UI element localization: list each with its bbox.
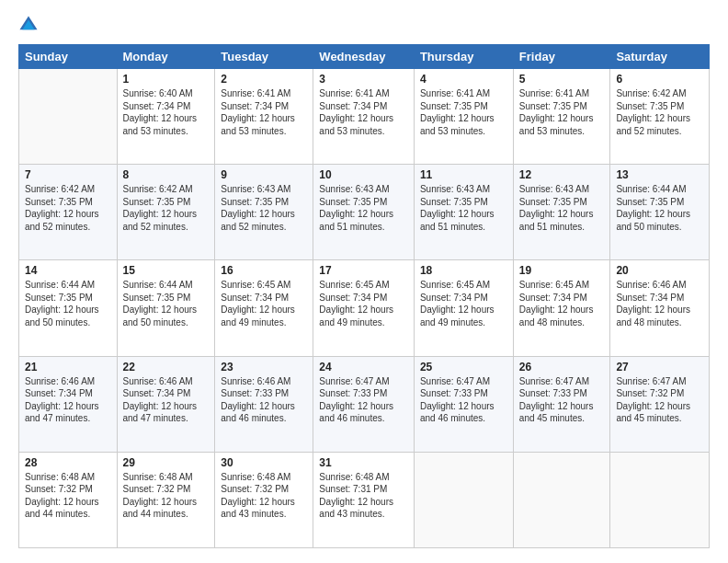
calendar-cell: 2Sunrise: 6:41 AM Sunset: 7:34 PM Daylig… (215, 69, 313, 165)
calendar-cell (513, 452, 610, 547)
day-info: Sunrise: 6:45 AM Sunset: 7:34 PM Dayligh… (519, 279, 605, 328)
calendar-cell: 29Sunrise: 6:48 AM Sunset: 7:32 PM Dayli… (117, 452, 215, 547)
calendar-cell: 4Sunrise: 6:41 AM Sunset: 7:35 PM Daylig… (414, 69, 513, 165)
calendar-cell: 23Sunrise: 6:46 AM Sunset: 7:33 PM Dayli… (215, 356, 313, 452)
day-number: 15 (123, 264, 210, 277)
day-number: 12 (519, 168, 605, 181)
weekday-header-row: SundayMondayTuesdayWednesdayThursdayFrid… (19, 45, 710, 69)
calendar-cell: 20Sunrise: 6:46 AM Sunset: 7:34 PM Dayli… (610, 260, 710, 356)
day-number: 6 (616, 73, 703, 86)
day-number: 21 (25, 361, 111, 373)
weekday-header-monday: Monday (117, 45, 215, 69)
calendar-table: SundayMondayTuesdayWednesdayThursdayFrid… (18, 44, 710, 548)
calendar-cell: 7Sunrise: 6:42 AM Sunset: 7:35 PM Daylig… (19, 165, 118, 260)
day-info: Sunrise: 6:41 AM Sunset: 7:34 PM Dayligh… (319, 87, 408, 137)
day-info: Sunrise: 6:45 AM Sunset: 7:34 PM Dayligh… (319, 279, 408, 328)
day-info: Sunrise: 6:41 AM Sunset: 7:34 PM Dayligh… (221, 87, 307, 137)
day-number: 2 (221, 73, 307, 86)
day-number: 25 (420, 361, 507, 373)
day-number: 13 (616, 168, 703, 181)
calendar-week-row: 7Sunrise: 6:42 AM Sunset: 7:35 PM Daylig… (19, 165, 710, 260)
day-number: 14 (25, 264, 111, 277)
calendar-cell: 10Sunrise: 6:43 AM Sunset: 7:35 PM Dayli… (313, 165, 415, 260)
day-info: Sunrise: 6:43 AM Sunset: 7:35 PM Dayligh… (319, 183, 408, 233)
weekday-header-friday: Friday (513, 45, 610, 69)
day-number: 11 (420, 168, 507, 181)
day-info: Sunrise: 6:44 AM Sunset: 7:35 PM Dayligh… (25, 279, 111, 328)
calendar-cell: 25Sunrise: 6:47 AM Sunset: 7:33 PM Dayli… (414, 356, 513, 452)
calendar-cell: 31Sunrise: 6:48 AM Sunset: 7:31 PM Dayli… (313, 452, 415, 547)
weekday-header-sunday: Sunday (19, 45, 118, 69)
day-number: 7 (25, 168, 111, 181)
calendar-cell: 16Sunrise: 6:45 AM Sunset: 7:34 PM Dayli… (215, 260, 313, 356)
day-info: Sunrise: 6:42 AM Sunset: 7:35 PM Dayligh… (25, 183, 111, 233)
calendar-cell: 30Sunrise: 6:48 AM Sunset: 7:32 PM Dayli… (215, 452, 313, 547)
day-info: Sunrise: 6:43 AM Sunset: 7:35 PM Dayligh… (221, 183, 307, 233)
calendar-cell: 22Sunrise: 6:46 AM Sunset: 7:34 PM Dayli… (117, 356, 215, 452)
day-number: 22 (123, 361, 210, 373)
day-info: Sunrise: 6:48 AM Sunset: 7:32 PM Dayligh… (123, 471, 210, 521)
calendar-cell: 18Sunrise: 6:45 AM Sunset: 7:34 PM Dayli… (414, 260, 513, 356)
day-number: 29 (123, 456, 210, 469)
calendar-cell: 11Sunrise: 6:43 AM Sunset: 7:35 PM Dayli… (414, 165, 513, 260)
calendar-cell: 15Sunrise: 6:44 AM Sunset: 7:35 PM Dayli… (117, 260, 215, 356)
day-number: 30 (221, 456, 307, 469)
day-info: Sunrise: 6:43 AM Sunset: 7:35 PM Dayligh… (519, 183, 605, 233)
day-info: Sunrise: 6:47 AM Sunset: 7:33 PM Dayligh… (519, 375, 605, 425)
calendar-week-row: 1Sunrise: 6:40 AM Sunset: 7:34 PM Daylig… (19, 69, 710, 165)
calendar-cell: 6Sunrise: 6:42 AM Sunset: 7:35 PM Daylig… (610, 69, 710, 165)
calendar-cell: 21Sunrise: 6:46 AM Sunset: 7:34 PM Dayli… (19, 356, 118, 452)
day-info: Sunrise: 6:41 AM Sunset: 7:35 PM Dayligh… (519, 87, 605, 137)
calendar-cell: 8Sunrise: 6:42 AM Sunset: 7:35 PM Daylig… (117, 165, 215, 260)
day-number: 17 (319, 264, 408, 277)
day-info: Sunrise: 6:42 AM Sunset: 7:35 PM Dayligh… (616, 87, 703, 137)
calendar-cell (610, 452, 710, 547)
day-number: 20 (616, 264, 703, 277)
day-info: Sunrise: 6:44 AM Sunset: 7:35 PM Dayligh… (616, 183, 703, 233)
day-number: 18 (420, 264, 507, 277)
calendar-cell: 9Sunrise: 6:43 AM Sunset: 7:35 PM Daylig… (215, 165, 313, 260)
day-number: 27 (616, 361, 703, 373)
day-number: 24 (319, 361, 408, 373)
calendar-cell: 12Sunrise: 6:43 AM Sunset: 7:35 PM Dayli… (513, 165, 610, 260)
day-info: Sunrise: 6:45 AM Sunset: 7:34 PM Dayligh… (221, 279, 307, 328)
calendar-cell: 27Sunrise: 6:47 AM Sunset: 7:32 PM Dayli… (610, 356, 710, 452)
day-number: 3 (319, 73, 408, 86)
calendar-cell (414, 452, 513, 547)
day-number: 28 (25, 456, 111, 469)
day-info: Sunrise: 6:48 AM Sunset: 7:32 PM Dayligh… (25, 471, 111, 521)
day-number: 19 (519, 264, 605, 277)
day-number: 16 (221, 264, 307, 277)
day-info: Sunrise: 6:40 AM Sunset: 7:34 PM Dayligh… (123, 87, 210, 137)
logo-icon (18, 15, 39, 35)
day-number: 23 (221, 361, 307, 373)
page: SundayMondayTuesdayWednesdayThursdayFrid… (0, 0, 728, 563)
calendar-cell: 13Sunrise: 6:44 AM Sunset: 7:35 PM Dayli… (610, 165, 710, 260)
calendar-cell: 14Sunrise: 6:44 AM Sunset: 7:35 PM Dayli… (19, 260, 118, 356)
calendar-cell: 28Sunrise: 6:48 AM Sunset: 7:32 PM Dayli… (19, 452, 118, 547)
day-number: 9 (221, 168, 307, 181)
header (18, 15, 710, 35)
day-info: Sunrise: 6:43 AM Sunset: 7:35 PM Dayligh… (420, 183, 507, 233)
day-info: Sunrise: 6:47 AM Sunset: 7:32 PM Dayligh… (616, 375, 703, 425)
calendar-cell: 26Sunrise: 6:47 AM Sunset: 7:33 PM Dayli… (513, 356, 610, 452)
weekday-header-saturday: Saturday (610, 45, 710, 69)
day-number: 31 (319, 456, 408, 469)
day-number: 4 (420, 73, 507, 86)
day-number: 26 (519, 361, 605, 373)
day-info: Sunrise: 6:46 AM Sunset: 7:34 PM Dayligh… (123, 375, 210, 425)
day-info: Sunrise: 6:47 AM Sunset: 7:33 PM Dayligh… (319, 375, 408, 425)
calendar-cell: 17Sunrise: 6:45 AM Sunset: 7:34 PM Dayli… (313, 260, 415, 356)
day-info: Sunrise: 6:41 AM Sunset: 7:35 PM Dayligh… (420, 87, 507, 137)
day-info: Sunrise: 6:48 AM Sunset: 7:32 PM Dayligh… (221, 471, 307, 521)
calendar-cell: 24Sunrise: 6:47 AM Sunset: 7:33 PM Dayli… (313, 356, 415, 452)
calendar-week-row: 28Sunrise: 6:48 AM Sunset: 7:32 PM Dayli… (19, 452, 710, 547)
day-info: Sunrise: 6:46 AM Sunset: 7:33 PM Dayligh… (221, 375, 307, 425)
day-info: Sunrise: 6:42 AM Sunset: 7:35 PM Dayligh… (123, 183, 210, 233)
day-number: 10 (319, 168, 408, 181)
day-info: Sunrise: 6:45 AM Sunset: 7:34 PM Dayligh… (420, 279, 507, 328)
calendar-week-row: 14Sunrise: 6:44 AM Sunset: 7:35 PM Dayli… (19, 260, 710, 356)
logo (18, 15, 42, 35)
weekday-header-tuesday: Tuesday (215, 45, 313, 69)
day-info: Sunrise: 6:46 AM Sunset: 7:34 PM Dayligh… (616, 279, 703, 328)
